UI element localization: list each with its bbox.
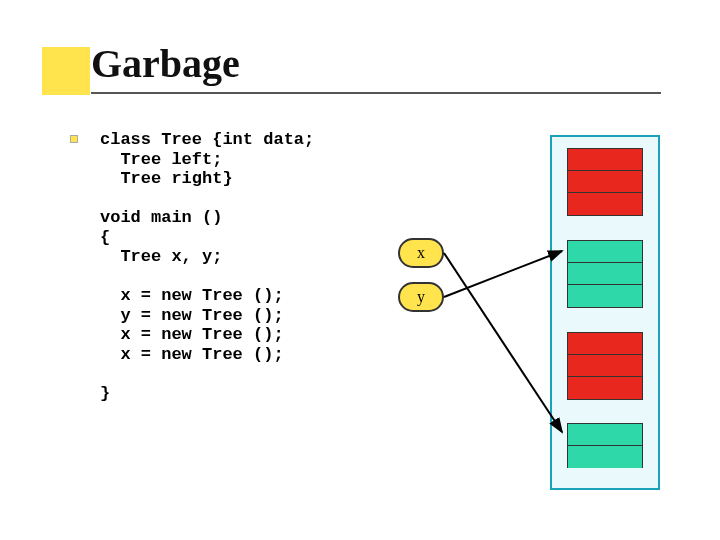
variable-x-label: x: [417, 244, 425, 262]
code-block: class Tree {int data; Tree left; Tree ri…: [100, 130, 314, 404]
heap-object: [567, 423, 643, 468]
heap-cell: [568, 355, 642, 377]
heap-cell: [568, 193, 642, 215]
heap-cell: [568, 377, 642, 399]
heap-object: [567, 332, 643, 400]
svg-line-1: [444, 251, 562, 297]
svg-line-0: [444, 253, 562, 432]
heap-cell: [568, 171, 642, 193]
page-title: Garbage: [91, 40, 240, 87]
variable-x: x: [398, 238, 444, 268]
variable-y-label: y: [417, 288, 425, 306]
heap-cell: [568, 285, 642, 307]
heap-cell: [568, 424, 642, 446]
heap-object: [567, 240, 643, 308]
heap-cell: [568, 149, 642, 171]
heap-cell: [568, 446, 642, 468]
heap-cell: [568, 241, 642, 263]
title-accent: [42, 47, 90, 95]
heap-cell: [568, 263, 642, 285]
heap-object: [567, 148, 643, 216]
bullet-icon: [70, 135, 78, 143]
title-underline: [91, 92, 661, 94]
variable-y: y: [398, 282, 444, 312]
heap-cell: [568, 333, 642, 355]
